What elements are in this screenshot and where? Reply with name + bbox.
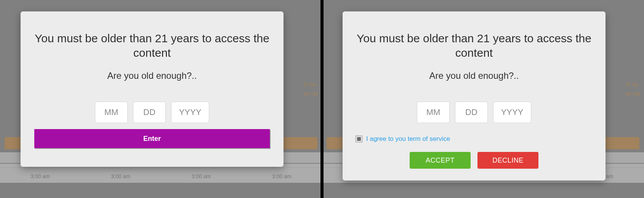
terms-checkbox[interactable] (356, 136, 362, 142)
accept-button[interactable]: ACCEPT (410, 152, 471, 169)
birth-month-input[interactable] (417, 102, 450, 123)
birth-day-input[interactable] (455, 102, 488, 123)
dialog-title: You must be older than 21 years to acces… (356, 31, 592, 60)
age-gate-dialog-terms: You must be older than 21 years to acces… (343, 11, 606, 180)
age-gate-dialog-enter: You must be older than 21 years to acces… (21, 11, 284, 167)
panel-divider (320, 0, 324, 198)
dialog-subtitle: Are you old enough?.. (30, 70, 274, 81)
date-input-row (352, 102, 596, 123)
left-panel: To beam de 3:00 am 3:00 am 3:00 am 3:00 … (0, 0, 322, 198)
dialog-subtitle: Are you old enough?.. (352, 70, 596, 81)
enter-button[interactable]: Enter (34, 129, 270, 148)
dialog-title: You must be older than 21 years to acces… (34, 31, 270, 60)
birth-year-input[interactable] (171, 102, 209, 123)
terms-link[interactable]: I agree to you term of service (366, 135, 450, 143)
birth-day-input[interactable] (133, 102, 166, 123)
button-row: ACCEPT DECLINE (352, 152, 596, 169)
checkbox-checked-icon (357, 137, 361, 141)
birth-year-input[interactable] (493, 102, 531, 123)
right-panel: To beam de 3:00 am 3:00 am 3:00 am 3:00 … (322, 0, 644, 198)
date-input-row (30, 102, 274, 123)
terms-row: I agree to you term of service (352, 135, 596, 143)
decline-button[interactable]: DECLINE (477, 152, 538, 169)
birth-month-input[interactable] (95, 102, 128, 123)
